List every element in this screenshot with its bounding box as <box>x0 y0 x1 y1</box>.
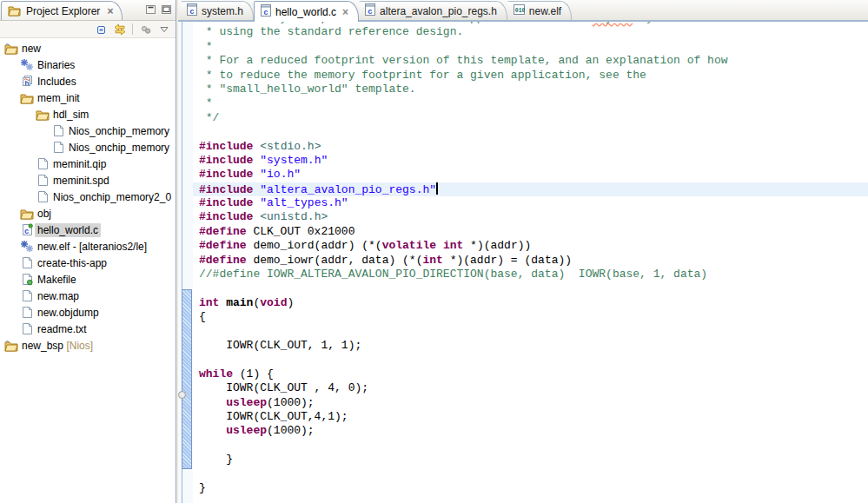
tree-item-new[interactable]: new <box>0 40 176 56</box>
code-editor[interactable]: * The memory footprint of this hosted ap… <box>193 22 868 503</box>
code-line[interactable] <box>193 467 868 481</box>
tree-item-hdl-sim[interactable]: hdl_sim <box>0 106 176 122</box>
code-token: IOWR(CLK_OUT , 4, 0); <box>199 381 368 394</box>
tree-item-new-objdump[interactable]: new.objdump <box>0 304 176 321</box>
code-token: "altera_avalon_pio_regs.h" <box>260 183 436 196</box>
code-line[interactable] <box>193 125 868 139</box>
code-token: "alt_types.h" <box>260 196 348 209</box>
tree-item-meminit-qip[interactable]: meminit.qip <box>0 156 176 172</box>
code-line[interactable]: #include "alt_types.h" <box>193 196 868 210</box>
code-token: *)(addr) = (data)) <box>443 254 572 267</box>
tree-item-label: Binaries <box>35 58 77 72</box>
tree-item-hello-world-c[interactable]: chello_world.c <box>0 222 176 238</box>
code-line[interactable]: { <box>193 310 868 324</box>
editor-tab-hello-world-c[interactable]: chello_world.c× <box>254 1 359 22</box>
tree-item-label: mem_init <box>35 91 83 105</box>
code-line[interactable]: IOWR(CLK_OUT,4,1); <box>193 410 868 424</box>
svg-text:c: c <box>189 8 194 17</box>
folder-open-icon <box>19 208 35 220</box>
svg-text:h: h <box>24 79 29 87</box>
code-token: by default <box>633 22 707 24</box>
tree-item-create-this-app[interactable]: create-this-app <box>0 255 176 271</box>
tree-item-mem-init[interactable]: mem_init <box>0 89 176 106</box>
code-token: #define <box>199 225 247 238</box>
tree-item-makefile[interactable]: Makefile <box>0 271 176 288</box>
binaries-icon <box>19 58 35 71</box>
tree-item-label: new.map <box>35 289 82 303</box>
code-line[interactable]: #include <unistd.h> <box>193 210 868 224</box>
code-line[interactable] <box>193 353 868 367</box>
tree-item-label: Nios_onchip_memory2_0 <box>50 190 174 204</box>
code-token: <unistd.h> <box>260 210 328 223</box>
code-token <box>436 239 443 252</box>
minimize-icon[interactable] <box>144 3 157 16</box>
code-line[interactable]: IOWR(CLK_OUT, 1, 1); <box>193 339 868 353</box>
code-line[interactable]: IOWR(CLK_OUT , 4, 0); <box>193 381 868 395</box>
code-line[interactable]: usleep(1000); <box>193 424 868 438</box>
code-token: IOWR(CLK_OUT,4,1); <box>199 410 348 423</box>
project-tree: newBinarieshIncludesmem_inithdl_simNios_… <box>0 38 176 503</box>
code-token: (1000); <box>267 424 315 437</box>
tree-item-label: readme.txt <box>35 322 89 336</box>
code-line[interactable]: #include <stdio.h> <box>193 140 868 154</box>
tree-item-nios-onchip-memory2-0[interactable]: Nios_onchip_memory2_0 <box>0 189 176 205</box>
code-token: * For a reduced footprint version of thi… <box>199 54 728 67</box>
tree-item-meminit-spd[interactable]: meminit.spd <box>0 172 176 189</box>
code-line[interactable]: } <box>193 453 868 467</box>
collapse-all-icon[interactable] <box>94 22 109 36</box>
tree-item-readme-txt[interactable]: readme.txt <box>0 321 176 337</box>
code-line[interactable]: int main(void) <box>193 296 868 310</box>
file-icon <box>19 289 35 302</box>
view-menu-icon[interactable] <box>156 22 171 36</box>
tree-item-obj[interactable]: obj <box>0 205 176 222</box>
makefile-icon <box>19 273 35 286</box>
code-line[interactable]: * <box>193 40 868 54</box>
tree-item-binaries[interactable]: Binaries <box>0 56 176 73</box>
c-tab-icon: c <box>187 3 197 18</box>
range-indicator[interactable] <box>182 289 192 469</box>
code-token: #define <box>199 239 247 252</box>
code-line[interactable]: } <box>193 481 868 495</box>
maximize-icon[interactable] <box>160 3 173 16</box>
tree-item-new-map[interactable]: new.map <box>0 288 176 304</box>
editor-tab-system-h[interactable]: csystem.h <box>181 1 254 20</box>
project-explorer-title: Project Explorer <box>26 5 100 17</box>
tree-item-new-bsp[interactable]: new_bsp [Nios] <box>0 337 176 354</box>
toolbar-separator <box>132 23 133 35</box>
close-icon[interactable]: × <box>342 8 348 17</box>
code-line[interactable]: */ <box>193 111 868 125</box>
code-line[interactable]: #define demo_iowr(addr, data) (*(int *)(… <box>193 254 868 268</box>
ruler-annotation-dot[interactable] <box>178 391 186 399</box>
code-line[interactable]: * "small_hello_world" template. <box>193 83 868 96</box>
code-line[interactable]: #include "altera_avalon_pio_regs.h" <box>193 182 868 196</box>
code-line[interactable] <box>193 281 868 295</box>
file-icon <box>19 322 35 335</box>
code-line[interactable]: #include "io.h" <box>193 168 868 182</box>
code-line[interactable] <box>193 439 868 453</box>
tree-item-nios-onchip-memory[interactable]: Nios_onchip_memory <box>0 122 176 139</box>
svg-text:c: c <box>263 9 268 17</box>
code-line[interactable]: * <box>193 96 868 110</box>
focus-icon[interactable] <box>138 22 153 36</box>
editor-tab-new-elf[interactable]: 010new.elf <box>507 1 572 20</box>
code-line[interactable]: * to reduce the memory footprint for a g… <box>193 69 868 83</box>
link-with-editor-icon[interactable] <box>112 22 127 36</box>
tree-item-nios-onchip-memory[interactable]: Nios_onchip_memory <box>0 139 176 156</box>
code-line[interactable]: #define demo_iord(addr) (*(volatile int … <box>193 239 868 253</box>
code-token: int <box>443 239 463 252</box>
tree-item-includes[interactable]: hIncludes <box>0 73 176 89</box>
code-token: #include <box>199 154 253 167</box>
code-token: //#define IOWR_ALTERA_AVALON_PIO_DIRECTI… <box>199 268 707 281</box>
close-icon[interactable]: × <box>107 7 113 16</box>
code-line[interactable]: while (1) { <box>193 367 868 381</box>
code-line[interactable]: #define CLK_OUT 0x21000 <box>193 225 868 239</box>
project-explorer-view-tab[interactable]: Project Explorer × <box>1 1 123 20</box>
code-line[interactable]: usleep(1000); <box>193 396 868 410</box>
code-line[interactable]: //#define IOWR_ALTERA_AVALON_PIO_DIRECTI… <box>193 268 868 281</box>
code-line[interactable] <box>193 325 868 339</box>
code-line[interactable]: * For a reduced footprint version of thi… <box>193 54 868 68</box>
code-line[interactable]: * using the standard reference design. <box>193 25 868 39</box>
tree-item-new-elf-alteranios2-le-[interactable]: new.elf - [alteranios2/le] <box>0 238 176 255</box>
editor-tab-altera-avalon-pio-regs-h[interactable]: caltera_avalon_pio_regs.h <box>359 1 507 20</box>
code-line[interactable]: #include "system.h" <box>193 154 868 168</box>
